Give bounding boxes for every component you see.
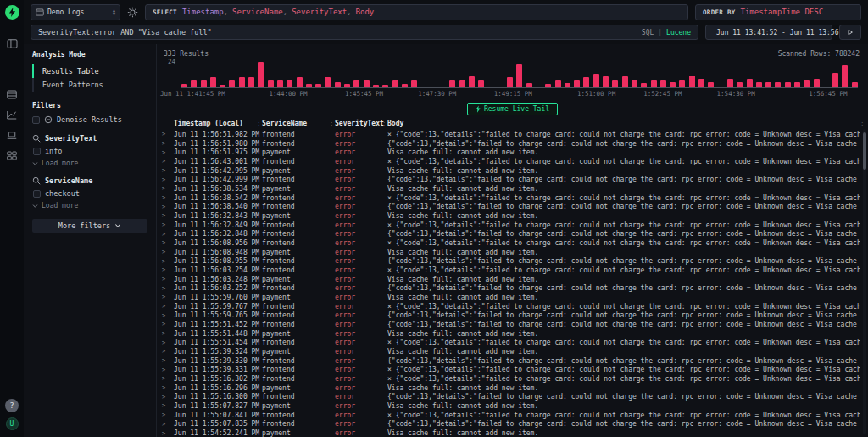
histogram-bar[interactable]	[660, 80, 666, 87]
expand-icon[interactable]: >	[162, 276, 174, 283]
histogram-bar[interactable]	[210, 77, 216, 87]
histogram-bar[interactable]	[297, 77, 303, 87]
expand-icon[interactable]: >	[162, 430, 174, 437]
expand-icon[interactable]: >	[162, 158, 174, 165]
histogram-bar[interactable]	[814, 79, 820, 87]
table-row[interactable]: >Jun 11 1:55:16.300 PMfrontenderror{"cod…	[162, 392, 860, 401]
histogram-bar[interactable]	[727, 79, 733, 87]
histogram-bar[interactable]	[373, 85, 379, 87]
table-row[interactable]: >Jun 11 1:55:39.330 PMfrontenderror{"cod…	[162, 356, 860, 366]
date-range-picker[interactable]: Jun 11 13:41:52 - Jun 11 13:56:52	[705, 25, 832, 40]
histogram-bar[interactable]	[277, 80, 283, 87]
expand-icon[interactable]: >	[162, 330, 174, 337]
scrollbar-thumb[interactable]	[863, 132, 866, 170]
denoise-checkbox[interactable]	[32, 116, 40, 124]
expand-icon[interactable]: >	[162, 221, 174, 228]
histogram-bar[interactable]	[364, 80, 370, 87]
histogram-bar[interactable]	[842, 65, 848, 87]
histogram-bar[interactable]	[756, 82, 762, 88]
table-row[interactable]: >Jun 11 1:56:08.955 PMfrontenderror{"cod…	[162, 256, 860, 266]
histogram-bar[interactable]	[794, 82, 800, 88]
mode-sql-label[interactable]: SQL	[642, 29, 654, 36]
table-row[interactable]: >Jun 11 1:55:07.835 PMfrontenderror{"cod…	[162, 420, 860, 429]
expand-icon[interactable]: >	[162, 402, 174, 409]
expand-icon[interactable]: >	[162, 212, 174, 219]
histogram-bar[interactable]	[574, 80, 580, 87]
histogram-bar[interactable]	[593, 74, 599, 87]
histogram-bar[interactable]	[775, 82, 781, 88]
histogram-bar[interactable]	[201, 80, 207, 87]
expand-icon[interactable]: >	[162, 258, 174, 265]
expand-icon[interactable]: >	[162, 204, 174, 210]
expand-icon[interactable]: >	[162, 266, 174, 273]
histogram-bar[interactable]	[852, 82, 858, 88]
load-more-servicename[interactable]: Load more	[32, 202, 147, 210]
expand-icon[interactable]: >	[162, 348, 174, 355]
expand-icon[interactable]: >	[162, 375, 174, 382]
table-row[interactable]: >Jun 11 1:56:51.975 PMpaymenterrorVisa c…	[162, 148, 860, 157]
histogram-bar[interactable]	[516, 64, 522, 87]
histogram-bar[interactable]	[747, 79, 753, 87]
histogram-bar[interactable]	[737, 82, 743, 88]
column-resize-handle[interactable]: ⋮	[255, 119, 262, 126]
load-more-severitytext[interactable]: Load more	[32, 160, 147, 167]
histogram-bar[interactable]	[689, 76, 695, 87]
histogram-bar[interactable]	[306, 84, 312, 87]
expand-icon[interactable]: >	[162, 367, 174, 373]
histogram-bar[interactable]	[583, 77, 589, 87]
table-row[interactable]: >Jun 11 1:56:32.843 PMpaymenterrorVisa c…	[162, 211, 860, 221]
mode-lucene-label[interactable]: Lucene	[666, 29, 691, 36]
order-by-editor[interactable]: ORDER BY TimestampTime DESC	[695, 4, 861, 20]
resume-live-tail-button[interactable]: Resume Live Tail	[467, 103, 558, 115]
table-row[interactable]: >Jun 11 1:56:43.001 PMfrontenderror× {"c…	[162, 157, 860, 166]
histogram-bar[interactable]	[785, 82, 791, 88]
histogram-bar[interactable]	[832, 73, 838, 87]
histogram-bar[interactable]	[641, 83, 647, 87]
filter-group-header[interactable]: ServiceName	[32, 176, 147, 185]
nav-laptop-icon[interactable]	[3, 126, 21, 143]
histogram-bar[interactable]	[449, 80, 455, 87]
query-language-toggle[interactable]: SQL | Lucene	[642, 29, 691, 36]
expand-icon[interactable]: >	[162, 312, 174, 319]
histogram-bar[interactable]	[353, 80, 359, 87]
table-row[interactable]: >Jun 11 1:56:03.252 PMfrontenderror{"cod…	[162, 283, 860, 293]
table-row[interactable]: >Jun 11 1:55:07.841 PMfrontenderror× {"c…	[162, 411, 860, 420]
help-button[interactable]: ?	[5, 399, 19, 412]
select-query-editor[interactable]: SELECT Timestamp,ServiceName,SeverityTex…	[145, 4, 688, 20]
histogram-bar[interactable]	[220, 85, 225, 87]
histogram-bar[interactable]	[478, 80, 484, 87]
histogram-bar[interactable]	[411, 80, 417, 87]
histogram-bar[interactable]	[565, 83, 570, 87]
expand-icon[interactable]: >	[162, 231, 174, 238]
user-avatar[interactable]: U	[6, 417, 19, 430]
expand-icon[interactable]: >	[162, 384, 174, 391]
histogram-bar[interactable]	[651, 80, 657, 87]
expand-icon[interactable]: >	[162, 421, 174, 428]
histogram-bar[interactable]	[555, 80, 561, 87]
filter-checkbox-checkout[interactable]	[33, 190, 41, 198]
sidebar-toggle-icon[interactable]	[3, 35, 21, 52]
column-resize-handle[interactable]: ⋮	[328, 119, 335, 126]
table-row[interactable]: >Jun 11 1:55:07.827 PMpaymenterrorVisa c…	[162, 401, 860, 411]
table-row[interactable]: >Jun 11 1:56:08.948 PMpaymenterrorVisa c…	[162, 248, 860, 257]
histogram-bar[interactable]	[804, 80, 810, 87]
table-row[interactable]: >Jun 11 1:55:39.331 PMfrontenderror× {"c…	[162, 365, 860, 374]
histogram-bar[interactable]	[679, 80, 685, 87]
query-settings-gear-icon[interactable]	[127, 7, 138, 18]
expand-icon[interactable]: >	[162, 357, 174, 364]
histogram-bar[interactable]	[698, 79, 704, 87]
app-logo-lightning-icon[interactable]	[5, 5, 19, 20]
histogram-bar[interactable]	[545, 84, 551, 87]
histogram-bar[interactable]	[469, 76, 475, 87]
expand-icon[interactable]: >	[162, 176, 174, 183]
table-row[interactable]: >Jun 11 1:56:38.540 PMfrontenderror{"cod…	[162, 202, 860, 211]
expand-icon[interactable]: >	[162, 167, 174, 174]
histogram-bar[interactable]	[622, 76, 628, 87]
table-row[interactable]: >Jun 11 1:55:59.765 PMfrontenderror{"cod…	[162, 311, 860, 320]
table-row[interactable]: >Jun 11 1:55:39.324 PMpaymenterrorVisa c…	[162, 347, 860, 356]
histogram-bar[interactable]	[335, 82, 341, 88]
table-row[interactable]: >Jun 11 1:56:03.254 PMfrontenderror× {"c…	[162, 266, 860, 275]
vertical-scrollbar[interactable]	[863, 129, 866, 434]
table-row[interactable]: >Jun 11 1:55:51.448 PMpaymenterrorVisa c…	[162, 329, 860, 339]
table-row[interactable]: >Jun 11 1:56:38.542 PMfrontenderror× {"c…	[162, 193, 860, 203]
